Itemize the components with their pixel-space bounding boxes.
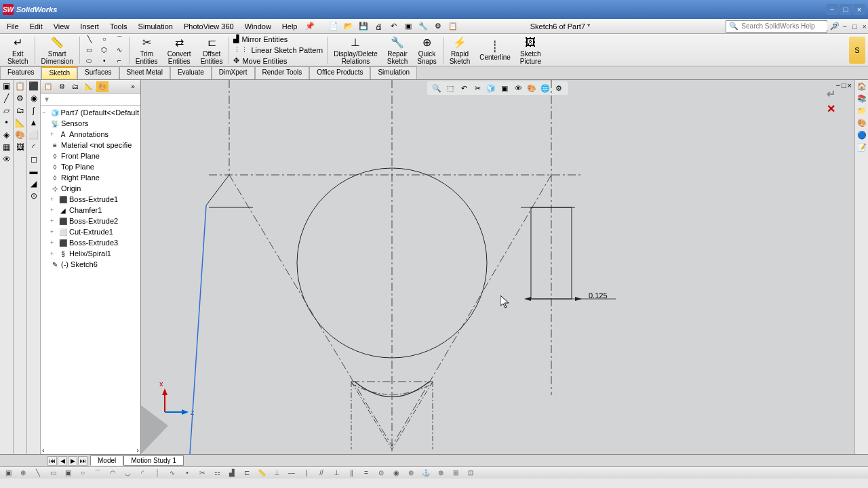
trim-entities-button[interactable]: ✂ Trim Entities [131,33,163,67]
hole-wizard-icon[interactable]: ⊙ [27,190,40,202]
status-centerline-icon[interactable]: ┊ [152,468,163,478]
expand-icon[interactable]: + [50,239,57,246]
spline-tool-icon[interactable]: ∿ [113,45,126,55]
status-fillet-icon[interactable]: ◜ [137,468,148,478]
status-select-icon[interactable]: ▣ [3,468,14,478]
configuration-manager-icon[interactable]: 🗂 [14,104,26,117]
expand-icon[interactable]: + [50,131,57,138]
tree-item-cut-extrude1[interactable]: + ⬜ Cut-Extrude1 [42,226,139,237]
bottom-tab-motion-study[interactable]: Motion Study 1 [123,455,184,466]
menu-edit[interactable]: Edit [24,21,48,32]
view-palette-tab-icon[interactable]: 🎨 [855,117,868,129]
rectangle-tool-icon[interactable]: ▭ [83,45,96,55]
fillet-tool-icon[interactable]: ⌐ [113,56,126,66]
shell-icon[interactable]: ◻ [27,153,40,165]
centerline-button[interactable]: ┊ Centerline [475,37,515,63]
extrude-boss-icon[interactable]: ⬛ [27,80,40,92]
tree-item-front-plane[interactable]: ◊ Front Plane [42,150,139,161]
tree-item-annotations[interactable]: + A Annotations [42,129,139,140]
circle-tool-icon[interactable]: ○ [98,35,111,44]
cut-extrude-icon[interactable]: ⬜ [27,129,40,141]
sketch-picture-button[interactable]: 🖼 Sketch Picture [515,33,546,67]
menu-photoview[interactable]: PhotoView 360 [178,21,239,32]
tab-dimxpert[interactable]: DimXpert [212,66,255,79]
tree-item-material[interactable]: ≡ Material <not specifie [42,140,139,150]
status-trim-icon[interactable]: ✂ [197,468,208,478]
appearances-tab-icon[interactable]: 🔵 [855,129,868,141]
tab-sheet-metal[interactable]: Sheet Metal [119,66,170,79]
status-tangent-icon[interactable]: ◉ [391,468,401,478]
new-doc-icon[interactable]: 📄 [328,21,339,32]
sweep-icon[interactable]: ∫ [27,104,40,117]
tree-item-boss-extrude3[interactable]: + ⬛ Boss-Extrude3 [42,237,139,248]
next-tab-icon[interactable]: ▶ [68,456,77,466]
menu-help[interactable]: Help [277,21,303,32]
selection-filter-icon[interactable]: ▣ [0,80,13,92]
rebuild-icon[interactable]: 🔧 [418,21,429,32]
status-parallel-icon[interactable]: ∥ [346,468,357,478]
status-line-icon[interactable]: ╲ [33,468,43,478]
tree-tab-4-icon[interactable]: 📐 [83,81,95,92]
menu-simulation[interactable]: Simulation [133,21,178,32]
status-smartmate-icon[interactable]: ⊕ [18,468,28,478]
display-style-icon[interactable]: ▦ [0,141,13,153]
pin-icon[interactable]: 📌 [305,22,315,30]
tree-tab-1-icon[interactable]: 📋 [42,81,54,92]
status-horizontal-icon[interactable]: — [286,468,297,478]
tree-filter[interactable]: ▼ [41,94,140,106]
search-box[interactable]: 🔍 🔎 [726,20,827,33]
filter-face-icon[interactable]: ▱ [0,104,13,117]
tab-features[interactable]: Features [0,66,41,79]
tree-item-sketch6[interactable]: ✎ (-) Sketch6 [42,259,139,270]
screen-capture-icon[interactable]: 📋 [448,21,458,32]
filter-edge-icon[interactable]: ╱ [0,92,13,104]
design-library-tab-icon[interactable]: 📚 [855,92,868,104]
tab-simulation[interactable]: Simulation [370,66,417,79]
tab-render-tools[interactable]: Render Tools [255,66,310,79]
display-manager-icon[interactable]: 🎨 [14,129,26,141]
repair-sketch-button[interactable]: 🔧 Repair Sketch [382,33,413,67]
tab-office-products[interactable]: Office Products [309,66,370,79]
status-arc-icon[interactable]: ⌒ [92,468,103,478]
child-minimize-icon[interactable]: − [842,22,846,30]
options-icon[interactable]: ⚙ [433,21,443,32]
tree-item-sensors[interactable]: 📡 Sensors [42,118,139,129]
move-entities-button[interactable]: ✥ Move Entities [231,56,326,66]
status-equal-icon[interactable]: = [361,468,372,478]
expand-icon[interactable]: + [50,207,57,214]
search-input[interactable] [741,22,827,30]
status-corner-rect-icon[interactable]: ▭ [47,468,58,478]
status-offset-icon[interactable]: ⊏ [241,468,252,478]
expand-icon[interactable]: + [50,250,57,257]
linear-pattern-button[interactable]: ⋮⋮ Linear Sketch Pattern [231,45,326,55]
undo-icon[interactable]: ↶ [388,21,399,32]
status-construction-icon[interactable]: ⚏ [212,468,222,478]
solidworks-resources-icon[interactable]: S [849,37,865,64]
rib-icon[interactable]: ▬ [27,165,40,178]
rapid-sketch-button[interactable]: ⚡ Rapid Sketch [445,33,475,67]
first-tab-icon[interactable]: ⏮ [47,456,57,466]
status-snap-icon[interactable]: ⊡ [465,468,476,478]
status-dimension-icon[interactable]: 📏 [256,468,267,478]
draft-icon[interactable]: ◢ [27,178,40,190]
tree-item-helix[interactable]: + § Helix/Spiral1 [42,248,139,259]
mirror-entities-button[interactable]: ▟ Mirror Entities [231,34,326,44]
polygon-tool-icon[interactable]: ⬡ [98,45,111,55]
status-collinear-icon[interactable]: // [316,468,327,478]
view-orientation-icon[interactable]: ◈ [0,129,13,141]
file-explorer-tab-icon[interactable]: 📁 [855,104,868,117]
bottom-tab-model[interactable]: Model [90,455,123,466]
line-tool-icon[interactable]: ╲ [83,35,96,44]
custom-properties-tab-icon[interactable]: 📝 [855,141,868,153]
tree-tab-3-icon[interactable]: 🗂 [69,81,81,92]
fillet-feature-icon[interactable]: ◜ [27,141,40,153]
menu-tools[interactable]: Tools [104,21,133,32]
help-icon[interactable]: ? [833,22,837,30]
ellipse-tool-icon[interactable]: ⬭ [83,56,96,66]
tree-tab-2-icon[interactable]: ⚙ [56,81,68,92]
open-icon[interactable]: 📂 [343,21,354,32]
dimxpert-manager-icon[interactable]: 📐 [14,117,26,129]
expand-icon[interactable]: − [42,109,49,116]
status-concentric-icon[interactable]: ⊚ [406,468,416,478]
child-close-icon[interactable]: × [863,22,867,30]
